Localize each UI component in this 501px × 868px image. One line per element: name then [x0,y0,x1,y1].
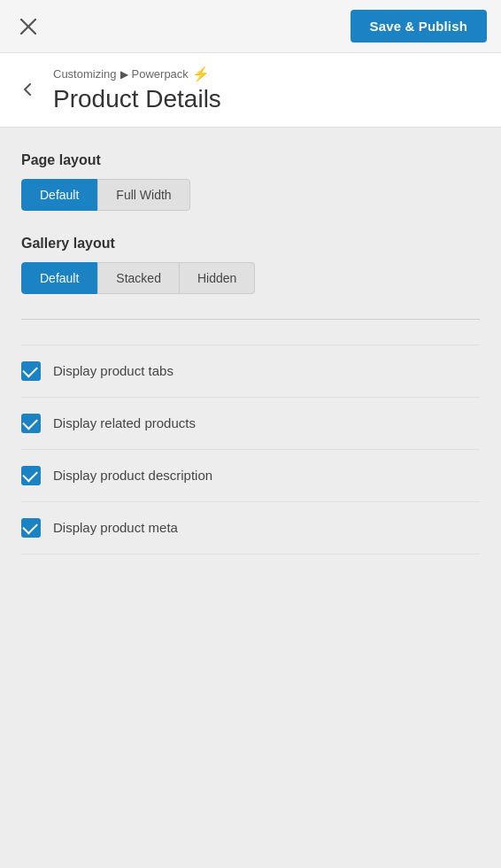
display-product-description-checkbox[interactable] [21,466,41,485]
close-button[interactable] [14,12,42,41]
gallery-layout-options: Default Stacked Hidden [21,262,480,294]
main-content: Page layout Default Full Width Gallery l… [0,128,501,590]
page-layout-default-button[interactable]: Default [21,179,97,211]
display-product-tabs-label: Display product tabs [53,363,173,378]
list-item: Display product meta [21,502,480,554]
display-product-meta-checkbox[interactable] [21,518,41,538]
divider [21,319,480,320]
page-title: Product Details [53,84,221,114]
save-publish-button[interactable]: Save & Publish [351,10,487,43]
list-item: Display product description [21,450,480,502]
display-product-description-label: Display product description [53,468,212,483]
gallery-layout-stacked-button[interactable]: Stacked [97,262,180,294]
page-layout-label: Page layout [21,152,480,168]
back-button[interactable] [14,75,42,104]
customizing-label: Customizing [53,67,117,81]
display-related-products-checkbox[interactable] [21,414,41,433]
checkbox-group: Display product tabs Display related pro… [21,345,480,554]
lightning-icon: ⚡ [192,66,210,82]
page-layout-options: Default Full Width [21,179,480,211]
list-item: Display product tabs [21,345,480,398]
list-item: Display related products [21,398,480,450]
breadcrumb-bar: Customizing ▶ Powerpack ⚡ Product Detail… [0,53,501,128]
gallery-layout-label: Gallery layout [21,236,480,252]
top-bar: Save & Publish [0,0,501,53]
page-layout-fullwidth-button[interactable]: Full Width [97,179,189,211]
breadcrumb-content: Customizing ▶ Powerpack ⚡ Product Detail… [53,66,221,114]
breadcrumb-arrow-icon: ▶ [120,68,128,81]
display-product-tabs-checkbox[interactable] [21,361,41,381]
gallery-layout-default-button[interactable]: Default [21,262,97,294]
powerpack-label: Powerpack [132,67,189,81]
breadcrumb-trail: Customizing ▶ Powerpack ⚡ [53,66,221,82]
display-product-meta-label: Display product meta [53,520,178,535]
gallery-layout-hidden-button[interactable]: Hidden [180,262,255,294]
display-related-products-label: Display related products [53,415,196,430]
